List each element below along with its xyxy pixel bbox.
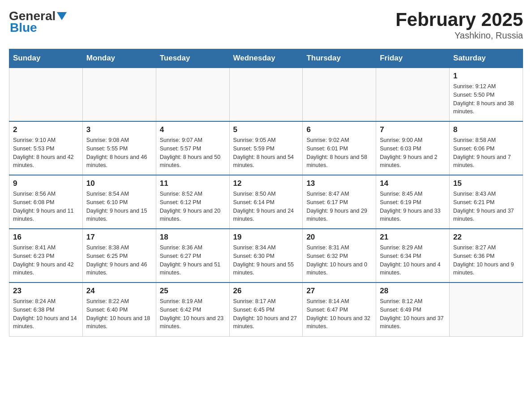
logo: General Blue xyxy=(9,9,67,35)
day-number: 20 xyxy=(306,233,372,242)
calendar-cell: 19Sunrise: 8:34 AMSunset: 6:30 PMDayligh… xyxy=(229,229,303,283)
calendar-cell xyxy=(156,68,229,121)
calendar-cell xyxy=(450,283,523,336)
day-number: 27 xyxy=(306,287,372,295)
day-info: Sunrise: 9:07 AMSunset: 5:57 PMDaylight:… xyxy=(160,136,226,170)
day-number: 8 xyxy=(453,125,519,134)
calendar-cell: 22Sunrise: 8:27 AMSunset: 6:36 PMDayligh… xyxy=(450,229,523,283)
calendar-cell: 26Sunrise: 8:17 AMSunset: 6:45 PMDayligh… xyxy=(229,283,303,336)
day-info: Sunrise: 9:02 AMSunset: 6:01 PMDaylight:… xyxy=(306,136,372,170)
svg-marker-0 xyxy=(57,12,67,20)
day-number: 25 xyxy=(160,287,226,295)
day-info: Sunrise: 8:52 AMSunset: 6:12 PMDaylight:… xyxy=(160,190,226,223)
weekday-header-friday: Friday xyxy=(376,49,450,68)
day-info: Sunrise: 8:45 AMSunset: 6:19 PMDaylight:… xyxy=(380,190,446,223)
day-number: 21 xyxy=(380,233,446,242)
calendar-cell: 9Sunrise: 8:56 AMSunset: 6:08 PMDaylight… xyxy=(9,175,83,229)
calendar-cell xyxy=(82,68,156,121)
day-info: Sunrise: 8:22 AMSunset: 6:40 PMDaylight:… xyxy=(86,297,152,331)
calendar-cell: 12Sunrise: 8:50 AMSunset: 6:14 PMDayligh… xyxy=(229,175,303,229)
day-info: Sunrise: 8:47 AMSunset: 6:17 PMDaylight:… xyxy=(306,190,372,223)
calendar-week-row: 16Sunrise: 8:41 AMSunset: 6:23 PMDayligh… xyxy=(9,229,523,283)
day-number: 13 xyxy=(306,179,372,188)
day-info: Sunrise: 8:17 AMSunset: 6:45 PMDaylight:… xyxy=(233,297,299,331)
calendar-cell: 18Sunrise: 8:36 AMSunset: 6:27 PMDayligh… xyxy=(156,229,229,283)
day-number: 15 xyxy=(453,179,519,188)
day-number: 12 xyxy=(233,179,299,188)
day-info: Sunrise: 8:43 AMSunset: 6:21 PMDaylight:… xyxy=(453,190,519,223)
day-info: Sunrise: 8:34 AMSunset: 6:30 PMDaylight:… xyxy=(233,244,299,277)
day-number: 22 xyxy=(453,233,519,242)
day-info: Sunrise: 9:12 AMSunset: 5:50 PMDaylight:… xyxy=(453,82,519,116)
calendar-cell: 4Sunrise: 9:07 AMSunset: 5:57 PMDaylight… xyxy=(156,121,229,175)
weekday-header-thursday: Thursday xyxy=(303,49,376,68)
calendar-week-row: 9Sunrise: 8:56 AMSunset: 6:08 PMDaylight… xyxy=(9,175,523,229)
calendar-cell: 13Sunrise: 8:47 AMSunset: 6:17 PMDayligh… xyxy=(303,175,376,229)
day-info: Sunrise: 8:29 AMSunset: 6:34 PMDaylight:… xyxy=(380,244,446,277)
day-number: 23 xyxy=(13,287,79,295)
month-title: February 2025 xyxy=(395,9,523,30)
calendar-cell xyxy=(9,68,83,121)
day-info: Sunrise: 8:24 AMSunset: 6:38 PMDaylight:… xyxy=(13,297,79,331)
day-number: 24 xyxy=(86,287,152,295)
calendar-cell xyxy=(376,68,450,121)
calendar-cell: 14Sunrise: 8:45 AMSunset: 6:19 PMDayligh… xyxy=(376,175,450,229)
day-info: Sunrise: 9:00 AMSunset: 6:03 PMDaylight:… xyxy=(380,136,446,170)
calendar-cell: 24Sunrise: 8:22 AMSunset: 6:40 PMDayligh… xyxy=(82,283,156,336)
logo-blue-text: Blue xyxy=(10,21,37,35)
calendar-cell: 10Sunrise: 8:54 AMSunset: 6:10 PMDayligh… xyxy=(82,175,156,229)
day-number: 28 xyxy=(380,287,446,295)
day-number: 7 xyxy=(380,125,446,134)
day-number: 9 xyxy=(13,179,79,188)
weekday-header-row: SundayMondayTuesdayWednesdayThursdayFrid… xyxy=(9,49,523,68)
day-number: 18 xyxy=(160,233,226,242)
calendar-week-row: 1Sunrise: 9:12 AMSunset: 5:50 PMDaylight… xyxy=(9,68,523,121)
calendar-cell: 16Sunrise: 8:41 AMSunset: 6:23 PMDayligh… xyxy=(9,229,83,283)
day-info: Sunrise: 8:27 AMSunset: 6:36 PMDaylight:… xyxy=(453,244,519,277)
day-info: Sunrise: 8:36 AMSunset: 6:27 PMDaylight:… xyxy=(160,244,226,277)
calendar-table: SundayMondayTuesdayWednesdayThursdayFrid… xyxy=(9,49,523,337)
calendar-cell: 5Sunrise: 9:05 AMSunset: 5:59 PMDaylight… xyxy=(229,121,303,175)
day-info: Sunrise: 9:05 AMSunset: 5:59 PMDaylight:… xyxy=(233,136,299,170)
calendar-week-row: 2Sunrise: 9:10 AMSunset: 5:53 PMDaylight… xyxy=(9,121,523,175)
day-number: 26 xyxy=(233,287,299,295)
weekday-header-tuesday: Tuesday xyxy=(156,49,229,68)
title-area: February 2025 Yashkino, Russia xyxy=(395,9,523,41)
day-info: Sunrise: 8:31 AMSunset: 6:32 PMDaylight:… xyxy=(306,244,372,277)
calendar-cell: 20Sunrise: 8:31 AMSunset: 6:32 PMDayligh… xyxy=(303,229,376,283)
calendar-cell: 25Sunrise: 8:19 AMSunset: 6:42 PMDayligh… xyxy=(156,283,229,336)
day-number: 3 xyxy=(86,125,152,134)
day-number: 10 xyxy=(86,179,152,188)
weekday-header-wednesday: Wednesday xyxy=(229,49,303,68)
calendar-cell: 8Sunrise: 8:58 AMSunset: 6:06 PMDaylight… xyxy=(450,121,523,175)
day-number: 14 xyxy=(380,179,446,188)
day-info: Sunrise: 8:54 AMSunset: 6:10 PMDaylight:… xyxy=(86,190,152,223)
day-info: Sunrise: 8:41 AMSunset: 6:23 PMDaylight:… xyxy=(13,244,79,277)
calendar-cell: 11Sunrise: 8:52 AMSunset: 6:12 PMDayligh… xyxy=(156,175,229,229)
day-number: 19 xyxy=(233,233,299,242)
calendar-cell: 27Sunrise: 8:14 AMSunset: 6:47 PMDayligh… xyxy=(303,283,376,336)
day-number: 6 xyxy=(306,125,372,134)
calendar-cell: 7Sunrise: 9:00 AMSunset: 6:03 PMDaylight… xyxy=(376,121,450,175)
calendar-cell: 23Sunrise: 8:24 AMSunset: 6:38 PMDayligh… xyxy=(9,283,83,336)
day-number: 4 xyxy=(160,125,226,134)
calendar-cell: 3Sunrise: 9:08 AMSunset: 5:55 PMDaylight… xyxy=(82,121,156,175)
weekday-header-sunday: Sunday xyxy=(9,49,83,68)
day-number: 17 xyxy=(86,233,152,242)
day-info: Sunrise: 9:10 AMSunset: 5:53 PMDaylight:… xyxy=(13,136,79,170)
logo-triangle-icon xyxy=(57,12,67,20)
calendar-cell xyxy=(303,68,376,121)
location-subtitle: Yashkino, Russia xyxy=(395,30,523,41)
day-info: Sunrise: 8:14 AMSunset: 6:47 PMDaylight:… xyxy=(306,297,372,331)
calendar-week-row: 23Sunrise: 8:24 AMSunset: 6:38 PMDayligh… xyxy=(9,283,523,336)
calendar-cell: 1Sunrise: 9:12 AMSunset: 5:50 PMDaylight… xyxy=(450,68,523,121)
day-info: Sunrise: 8:50 AMSunset: 6:14 PMDaylight:… xyxy=(233,190,299,223)
day-info: Sunrise: 8:56 AMSunset: 6:08 PMDaylight:… xyxy=(13,190,79,223)
calendar-cell: 6Sunrise: 9:02 AMSunset: 6:01 PMDaylight… xyxy=(303,121,376,175)
day-info: Sunrise: 8:58 AMSunset: 6:06 PMDaylight:… xyxy=(453,136,519,170)
day-info: Sunrise: 8:12 AMSunset: 6:49 PMDaylight:… xyxy=(380,297,446,331)
day-number: 5 xyxy=(233,125,299,134)
day-number: 11 xyxy=(160,179,226,188)
weekday-header-monday: Monday xyxy=(82,49,156,68)
page-header: General Blue February 2025 Yashkino, Rus… xyxy=(9,9,523,41)
